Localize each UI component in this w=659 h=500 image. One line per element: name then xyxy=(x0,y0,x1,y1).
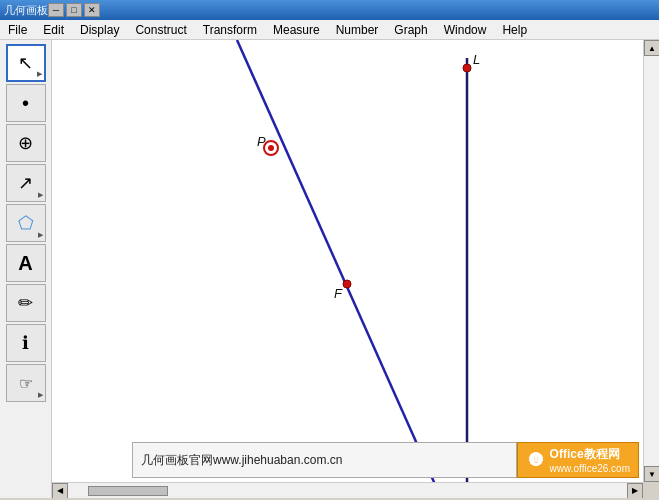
text-icon: A xyxy=(18,252,32,275)
menu-item-transform[interactable]: Transform xyxy=(195,21,265,39)
select-badge: ▶ xyxy=(37,70,42,78)
menu-item-edit[interactable]: Edit xyxy=(35,21,72,39)
titlebar-title: 几何画板 xyxy=(4,3,48,18)
line-diagonal xyxy=(237,40,442,498)
label-P: P xyxy=(257,134,266,149)
canvas-area[interactable]: L P F 几何画板官网www.jihehuaban.com.cn 🅞 Offi… xyxy=(52,40,659,498)
marker-icon: ✏ xyxy=(18,292,33,314)
office-icon: 🅞 xyxy=(526,450,546,470)
polygon-badge: ▶ xyxy=(38,231,43,239)
hand-tool[interactable]: ☞ ▶ xyxy=(6,364,46,402)
banner-right-content: Office教程网 www.office26.com xyxy=(550,446,630,474)
scroll-left-button[interactable]: ◀ xyxy=(52,483,68,499)
select-tool[interactable]: ↖ ▶ xyxy=(6,44,46,82)
banner-right-sub: www.office26.com xyxy=(550,463,630,474)
compass-tool[interactable]: ⊕ xyxy=(6,124,46,162)
hand-badge: ▶ xyxy=(38,391,43,399)
scrollbar-corner xyxy=(643,482,659,498)
menubar: FileEditDisplayConstructTransformMeasure… xyxy=(0,20,659,40)
select-icon: ↖ xyxy=(18,52,33,74)
maximize-button[interactable]: □ xyxy=(66,3,82,17)
polygon-tool[interactable]: ⬠ ▶ xyxy=(6,204,46,242)
label-F: F xyxy=(334,286,343,301)
menu-item-construct[interactable]: Construct xyxy=(127,21,194,39)
canvas-svg: L P F xyxy=(52,40,659,498)
compass-icon: ⊕ xyxy=(18,132,33,154)
point-icon: • xyxy=(22,92,29,115)
banner-right: 🅞 Office教程网 www.office26.com xyxy=(517,442,639,478)
menu-item-display[interactable]: Display xyxy=(72,21,127,39)
banner-left: 几何画板官网www.jihehuaban.com.cn xyxy=(132,442,517,478)
minimize-button[interactable]: ─ xyxy=(48,3,64,17)
scrollbar-vertical[interactable]: ▲ ▼ xyxy=(643,40,659,482)
menu-item-help[interactable]: Help xyxy=(494,21,535,39)
info-icon: ℹ xyxy=(22,332,29,354)
menu-item-measure[interactable]: Measure xyxy=(265,21,328,39)
polygon-icon: ⬠ xyxy=(18,212,34,234)
marker-tool[interactable]: ✏ xyxy=(6,284,46,322)
point-F xyxy=(343,280,351,288)
line-tool[interactable]: ↗ ▶ xyxy=(6,164,46,202)
menu-item-graph[interactable]: Graph xyxy=(386,21,435,39)
line-icon: ↗ xyxy=(18,172,33,194)
scrollbar-horizontal[interactable]: ◀ ▶ xyxy=(52,482,643,498)
text-tool[interactable]: A xyxy=(6,244,46,282)
hand-icon: ☞ xyxy=(19,374,33,393)
close-button[interactable]: ✕ xyxy=(84,3,100,17)
scroll-right-button[interactable]: ▶ xyxy=(627,483,643,499)
banner-right-text: Office教程网 xyxy=(550,446,630,463)
info-tool[interactable]: ℹ xyxy=(6,324,46,362)
titlebar: 几何画板 ─ □ ✕ xyxy=(0,0,659,20)
toolbar: ↖ ▶ • ⊕ ↗ ▶ ⬠ ▶ A ✏ ℹ ☞ ▶ xyxy=(0,40,52,498)
scroll-thumb-h[interactable] xyxy=(88,486,168,496)
scroll-up-button[interactable]: ▲ xyxy=(644,40,659,56)
line-badge: ▶ xyxy=(38,191,43,199)
menu-item-window[interactable]: Window xyxy=(436,21,495,39)
scroll-down-button[interactable]: ▼ xyxy=(644,466,659,482)
point-P xyxy=(268,145,274,151)
point-L xyxy=(463,64,471,72)
menu-item-file[interactable]: File xyxy=(0,21,35,39)
main-layout: ↖ ▶ • ⊕ ↗ ▶ ⬠ ▶ A ✏ ℹ ☞ ▶ xyxy=(0,40,659,498)
point-tool[interactable]: • xyxy=(6,84,46,122)
menu-item-number[interactable]: Number xyxy=(328,21,387,39)
banner-left-text: 几何画板官网www.jihehuaban.com.cn xyxy=(141,452,342,469)
bottom-banner: 几何画板官网www.jihehuaban.com.cn 🅞 Office教程网 … xyxy=(132,442,639,478)
window-controls: ─ □ ✕ xyxy=(48,3,100,17)
label-L: L xyxy=(473,52,480,67)
